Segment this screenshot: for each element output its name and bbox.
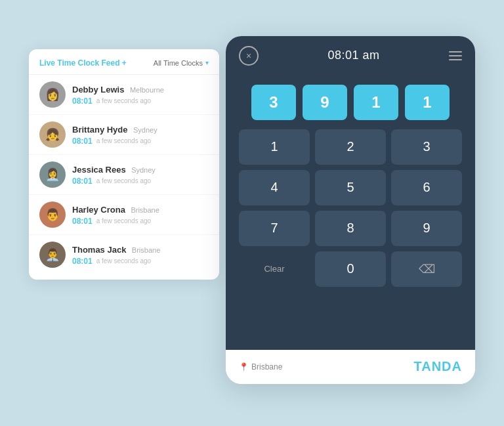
feed-item-time-row: 08:01 a few seconds ago — [72, 137, 209, 146]
feed-item-clock-time: 08:01 — [72, 137, 93, 146]
avatar-icon: 👩 — [39, 81, 66, 108]
avatar-icon: 👨 — [39, 202, 66, 228]
menu-line-1 — [449, 51, 462, 53]
feed-item: 👩 Debby Lewis Melbourne 08:01 a few seco… — [29, 75, 219, 115]
feed-title-text: Live Time Clock Feed — [39, 58, 120, 68]
feed-item-clock-time: 08:01 — [72, 257, 93, 266]
avatar-icon: 👩‍💼 — [39, 161, 66, 188]
close-icon: × — [246, 51, 251, 61]
numpad-1-button[interactable]: 1 — [239, 129, 310, 165]
feed-item-info: Brittany Hyde Sydney 08:01 a few seconds… — [72, 123, 209, 146]
feed-item-name: Brittany Hyde — [72, 125, 128, 135]
feed-item: 👩‍💼 Jessica Rees Sydney 08:01 a few seco… — [29, 155, 219, 195]
feed-item-name-row: Debby Lewis Melbourne — [72, 83, 209, 95]
avatar: 👧 — [39, 121, 66, 148]
feed-item-ago: a few seconds ago — [96, 97, 151, 104]
feed-item-ago: a few seconds ago — [96, 137, 151, 144]
feed-item-name: Jessica Rees — [72, 165, 126, 175]
avatar: 👨 — [39, 202, 66, 228]
tablet-footer: 📍 Brisbane TANDA — [226, 350, 475, 384]
tablet-time-display: 08:01 am — [327, 49, 379, 62]
scene: Live Time Clock Feed + All Time Clocks ▾… — [29, 36, 475, 391]
feed-item-time-row: 08:01 a few seconds ago — [72, 96, 209, 106]
feed-item-time-row: 08:01 a few seconds ago — [72, 177, 209, 186]
pin-digit-2: 9 — [303, 85, 347, 120]
tanda-logo: TANDA — [413, 359, 462, 374]
feed-item-location: Melbourne — [130, 86, 164, 94]
clear-button[interactable]: Clear — [239, 251, 310, 287]
avatar: 👩‍💼 — [39, 161, 66, 188]
numpad-9-button[interactable]: 9 — [391, 211, 462, 246]
feed-title: Live Time Clock Feed + — [39, 58, 127, 68]
pin-digit-4: 1 — [405, 85, 450, 120]
feed-item-location: Brisbane — [132, 246, 160, 254]
feed-item-clock-time: 08:01 — [72, 217, 93, 226]
numpad-2-button[interactable]: 2 — [315, 129, 386, 165]
close-button[interactable]: × — [239, 46, 259, 66]
feed-item: 👨‍💼 Thomas Jack Brisbane 08:01 a few sec… — [29, 235, 219, 274]
feed-item-info: Harley Crona Brisbane 08:01 a few second… — [72, 203, 209, 226]
keypad-area: 3911 123456789Clear0⌫ — [226, 75, 475, 350]
feed-item-time-row: 08:01 a few seconds ago — [72, 257, 209, 266]
feed-title-plus[interactable]: + — [122, 58, 127, 68]
feed-item-info: Debby Lewis Melbourne 08:01 a few second… — [72, 83, 209, 106]
feed-item-name-row: Thomas Jack Brisbane — [72, 244, 209, 255]
feed-item-location: Brisbane — [131, 206, 159, 214]
numpad-8-button[interactable]: 8 — [315, 211, 386, 246]
feed-item-name-row: Harley Crona Brisbane — [72, 203, 209, 215]
numpad-0-button[interactable]: 0 — [315, 251, 386, 287]
feed-item-info: Jessica Rees Sydney 08:01 a few seconds … — [72, 163, 209, 186]
feed-panel: Live Time Clock Feed + All Time Clocks ▾… — [29, 49, 219, 280]
numpad-5-button[interactable]: 5 — [315, 170, 386, 205]
avatar: 👩 — [39, 81, 66, 108]
feed-item-info: Thomas Jack Brisbane 08:01 a few seconds… — [72, 244, 209, 266]
menu-line-2 — [449, 55, 462, 56]
feed-item: 👧 Brittany Hyde Sydney 08:01 a few secon… — [29, 115, 219, 155]
feed-item-ago: a few seconds ago — [96, 217, 151, 224]
feed-item-location: Sydney — [131, 166, 156, 174]
chevron-down-icon: ▾ — [205, 59, 209, 66]
feed-item-name-row: Jessica Rees Sydney — [72, 163, 209, 175]
feed-item-clock-time: 08:01 — [72, 177, 93, 186]
menu-line-3 — [449, 59, 462, 60]
feed-item-location: Sydney — [133, 126, 158, 134]
filter-label: All Time Clocks — [154, 59, 203, 67]
tablet-header: × 08:01 am — [226, 36, 475, 75]
feed-item-ago: a few seconds ago — [96, 177, 151, 184]
location-display: 📍 Brisbane — [239, 362, 282, 372]
feed-item-clock-time: 08:01 — [72, 96, 93, 106]
pin-digit-1: 3 — [251, 85, 296, 120]
numpad-6-button[interactable]: 6 — [391, 170, 462, 205]
avatar-icon: 👨‍💼 — [39, 242, 66, 268]
feed-item: 👨 Harley Crona Brisbane 08:01 a few seco… — [29, 195, 219, 235]
feed-filter-dropdown[interactable]: All Time Clocks ▾ — [154, 59, 209, 67]
numpad-7-button[interactable]: 7 — [239, 211, 310, 246]
feed-item-name: Thomas Jack — [72, 245, 126, 255]
location-name: Brisbane — [251, 362, 282, 372]
numpad-4-button[interactable]: 4 — [239, 170, 310, 205]
numpad-3-button[interactable]: 3 — [391, 129, 462, 165]
feed-item-ago: a few seconds ago — [96, 257, 151, 265]
avatar: 👨‍💼 — [39, 242, 66, 268]
backspace-button[interactable]: ⌫ — [391, 251, 462, 287]
pin-display: 3911 — [239, 85, 462, 120]
feed-item-name: Debby Lewis — [72, 85, 124, 95]
tablet-panel: × 08:01 am 3911 123456789Clear0⌫ 📍 Brisb… — [226, 36, 475, 384]
feed-header: Live Time Clock Feed + All Time Clocks ▾ — [29, 58, 219, 75]
numpad-grid: 123456789Clear0⌫ — [239, 129, 462, 287]
location-icon: 📍 — [239, 362, 249, 372]
feed-item-name: Harley Crona — [72, 205, 125, 215]
avatar-icon: 👧 — [39, 121, 66, 148]
feed-items-list: 👩 Debby Lewis Melbourne 08:01 a few seco… — [29, 75, 219, 274]
pin-digit-3: 1 — [354, 85, 398, 120]
menu-button[interactable] — [449, 51, 462, 60]
feed-item-time-row: 08:01 a few seconds ago — [72, 217, 209, 226]
feed-item-name-row: Brittany Hyde Sydney — [72, 123, 209, 135]
